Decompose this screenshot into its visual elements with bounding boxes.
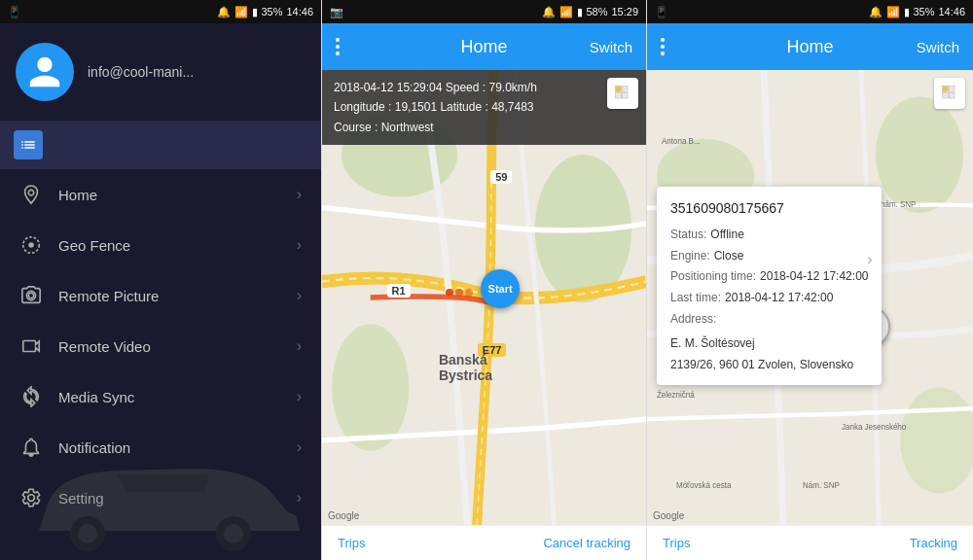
- video-icon: [19, 334, 43, 358]
- svg-rect-14: [616, 92, 622, 98]
- header-title-2: Home: [460, 37, 507, 57]
- google-logo-2: Google: [328, 510, 359, 521]
- menu-divider-icon: [14, 130, 43, 159]
- map-info-panel: 📱 🔔 📶 ▮ 35% 14:46 Home Switch: [647, 0, 973, 560]
- sidebar-item-remote-video[interactable]: Remote Video ›: [0, 321, 321, 371]
- status-left-2: 📷: [330, 6, 343, 18]
- sidebar-item-media-sync[interactable]: Media Sync ›: [0, 371, 321, 422]
- trip-line1: 2018-04-12 15:29:04 Speed : 79.0km/h: [334, 78, 634, 97]
- status-right: 🔔 📶 ▮ 35% 14:46: [217, 6, 313, 18]
- camera-icon: [19, 284, 43, 307]
- last-time-row: Last time: 2018-04-12 17:42:00: [670, 288, 868, 309]
- time-1: 14:46: [286, 6, 313, 18]
- layers-button-2[interactable]: [607, 78, 638, 109]
- svg-text:Móťovská cesta: Móťovská cesta: [676, 480, 732, 490]
- wifi-icon: 📶: [234, 6, 248, 18]
- time-2: 15:29: [611, 6, 638, 18]
- svg-rect-15: [622, 92, 628, 98]
- status-bar-1: 📱 🔔 📶 ▮ 35% 14:46: [0, 0, 321, 23]
- signal-icon-2: 📶: [559, 6, 573, 18]
- chevron-icon-3: ›: [297, 287, 302, 304]
- menu-divider: [0, 121, 321, 169]
- start-label: Start: [481, 269, 520, 308]
- chevron-icon: ›: [297, 186, 302, 203]
- route-dots: [446, 289, 473, 297]
- sidebar-item-geo-fence[interactable]: Geo Fence ›: [0, 220, 321, 270]
- trips-link-3[interactable]: Trips: [663, 536, 690, 550]
- layers-button-3[interactable]: [934, 78, 965, 109]
- svg-text:Antona B...: Antona B...: [662, 136, 701, 146]
- remote-picture-label: Remote Picture: [58, 288, 281, 304]
- map-area-3[interactable]: 5 mája Janka Jesenského Železničná Móťov…: [647, 70, 973, 525]
- trip-info-bar: 2018-04-12 15:29:04 Speed : 79.0km/h Lon…: [322, 70, 646, 145]
- status-val: Offline: [710, 225, 743, 246]
- signal-icon-3: 📶: [886, 6, 900, 18]
- svg-point-5: [78, 524, 97, 543]
- user-icon: [26, 53, 63, 90]
- svg-text:nám. SNP: nám. SNP: [881, 199, 917, 209]
- header-title-3: Home: [786, 37, 833, 57]
- last-key: Last time:: [670, 288, 721, 309]
- bottom-bar-2: Trips Cancel tracking: [322, 525, 646, 560]
- menu-dots-icon[interactable]: [336, 38, 340, 55]
- bottom-bar-3: Trips Tracking: [647, 525, 973, 560]
- address-key: Address:: [670, 309, 868, 331]
- status-bar-2: 📷 🔔 📶 ▮ 58% 15:29: [322, 0, 646, 23]
- home-label: Home: [58, 187, 281, 203]
- phone-icon-3: 📱: [655, 6, 668, 18]
- google-logo-3: Google: [653, 510, 684, 521]
- road-label-59: 59: [490, 170, 512, 184]
- svg-text:Janka Jesenského: Janka Jesenského: [842, 422, 907, 432]
- geo-fence-label: Geo Fence: [58, 237, 281, 254]
- status-left-3: 📱: [655, 6, 668, 18]
- device-id: 351609080175667: [670, 196, 868, 221]
- phone-icon: 📱: [8, 6, 21, 18]
- geo-fence-icon: [19, 233, 43, 257]
- start-marker: Start: [481, 269, 520, 308]
- engine-val: Close: [714, 246, 744, 267]
- svg-text:Železničná: Železničná: [657, 390, 695, 400]
- switch-button-3[interactable]: Switch: [917, 39, 959, 55]
- chevron-icon-4: ›: [297, 337, 302, 355]
- app-header-3: Home Switch: [647, 23, 973, 70]
- app-header-2: Home Switch: [322, 23, 646, 70]
- positioning-key: Positioning time:: [670, 266, 756, 288]
- sidebar-item-remote-picture[interactable]: Remote Picture ›: [0, 270, 321, 321]
- menu-panel: 📱 🔔 📶 ▮ 35% 14:46 info@cool-mani...: [0, 0, 321, 560]
- address-val: E. M. Šoltésovej2139/26, 960 01 Zvolen, …: [670, 333, 868, 375]
- alarm-icon-2: 🔔: [542, 6, 556, 18]
- svg-point-2: [28, 242, 34, 248]
- positioning-row: Positioning time: 2018-04-12 17:42:00: [670, 266, 868, 288]
- svg-point-0: [28, 190, 34, 195]
- svg-point-3: [28, 293, 34, 298]
- engine-row[interactable]: Engine: Close ›: [670, 246, 868, 267]
- trips-link-2[interactable]: Trips: [338, 536, 365, 550]
- sidebar-item-home[interactable]: Home ›: [0, 169, 321, 220]
- status-right-2: 🔔 📶 ▮ 58% 15:29: [542, 6, 638, 18]
- layers-icon-3: [940, 84, 959, 103]
- svg-rect-30: [949, 92, 955, 98]
- cancel-tracking-link[interactable]: Cancel tracking: [543, 536, 631, 550]
- engine-key: Engine:: [670, 246, 710, 267]
- chevron-right-icon: ›: [867, 246, 872, 274]
- city-label: BanskáBystrica: [439, 352, 492, 383]
- switch-button-2[interactable]: Switch: [590, 39, 632, 55]
- svg-rect-13: [622, 87, 628, 92]
- status-bar-3: 📱 🔔 📶 ▮ 35% 14:46: [647, 0, 973, 23]
- status-key: Status:: [670, 225, 706, 246]
- map-trip-panel: 📷 🔔 📶 ▮ 58% 15:29 Home Switch 2018-04-12…: [321, 0, 647, 560]
- svg-rect-12: [616, 87, 622, 92]
- tracking-link[interactable]: Tracking: [910, 536, 957, 550]
- svg-text:Nám. SNP: Nám. SNP: [803, 480, 840, 490]
- battery-icon-2: ▮ 58%: [577, 6, 607, 18]
- chevron-icon-5: ›: [297, 388, 302, 405]
- camera-status-icon: 📷: [330, 6, 343, 18]
- svg-rect-27: [943, 87, 949, 92]
- svg-point-7: [224, 524, 243, 543]
- list-icon: [19, 136, 37, 154]
- trip-line2: Longitude : 19,1501 Latitude : 48,7483: [334, 97, 634, 117]
- svg-point-11: [332, 324, 410, 451]
- last-val: 2018-04-12 17:42:00: [725, 288, 833, 309]
- status-right-3: 🔔 📶 ▮ 35% 14:46: [869, 6, 965, 18]
- menu-dots-icon-3[interactable]: [661, 38, 665, 55]
